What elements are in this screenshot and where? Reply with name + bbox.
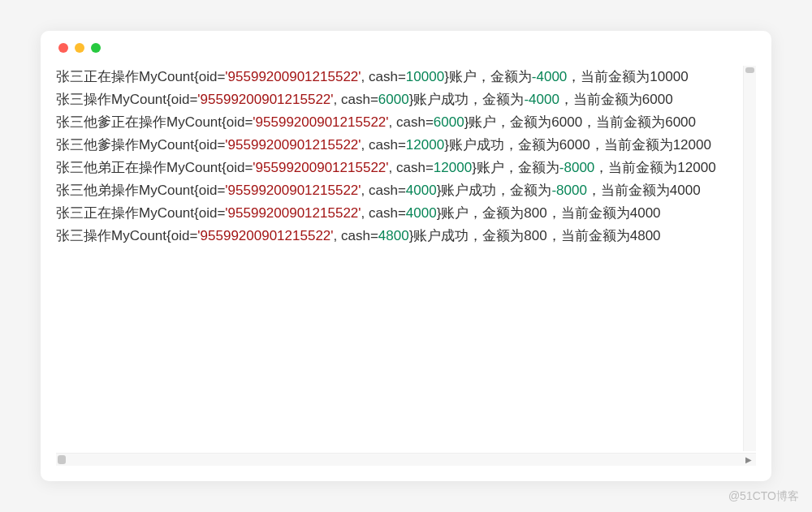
log-text: ，当前金额为6000 <box>559 92 673 107</box>
oid-value: '95599200901215522' <box>197 92 333 107</box>
log-line: 张三操作MyCount{oid='95599200901215522', cas… <box>56 225 740 247</box>
cash-value: 12000 <box>434 160 472 175</box>
log-text: 张三他爹操作MyCount{oid= <box>56 137 225 153</box>
log-text: 张三他弟操作MyCount{oid= <box>56 183 225 198</box>
log-text: 张三正在操作MyCount{oid= <box>56 69 225 84</box>
minimize-icon[interactable] <box>75 43 84 53</box>
log-text: }账户成功，金额为 <box>437 183 552 198</box>
log-text: 张三正在操作MyCount{oid= <box>56 205 225 221</box>
scrollbar-thumb[interactable] <box>745 67 754 73</box>
log-text: , cash= <box>334 228 378 243</box>
log-text: 张三操作MyCount{oid= <box>56 228 197 243</box>
log-text: , cash= <box>389 160 434 175</box>
oid-value: '95599200901215522' <box>225 205 361 221</box>
scroll-right-icon[interactable]: ▶ <box>743 455 754 464</box>
log-text: 张三操作MyCount{oid= <box>56 92 197 107</box>
oid-value: '95599200901215522' <box>253 114 388 130</box>
watermark: @51CTO博客 <box>728 489 799 504</box>
cash-value: 10000 <box>406 69 444 84</box>
log-text: }账户，金额为 <box>472 160 559 175</box>
cash-value: 4800 <box>378 228 409 243</box>
oid-value: '95599200901215522' <box>197 228 333 243</box>
log-text: , cash= <box>334 92 378 107</box>
cash-value: 6000 <box>378 92 409 107</box>
oid-value: '95599200901215522' <box>225 183 361 198</box>
cash-value: 4000 <box>406 183 437 198</box>
log-text: }账户成功，金额为6000，当前金额为12000 <box>444 137 711 153</box>
log-line: 张三他弟正在操作MyCount{oid='95599200901215522',… <box>56 157 740 179</box>
log-text: }账户，金额为800，当前金额为4000 <box>437 205 661 221</box>
log-text: , cash= <box>361 69 406 84</box>
amount-value: -8000 <box>551 183 586 198</box>
cash-value: 12000 <box>406 137 444 153</box>
log-text: , cash= <box>361 183 406 198</box>
log-text: , cash= <box>389 114 434 130</box>
log-text: 张三他弟正在操作MyCount{oid= <box>56 160 253 175</box>
log-text: ，当前金额为4000 <box>587 183 701 198</box>
amount-value: -4000 <box>524 92 559 107</box>
log-line: 张三他爹正在操作MyCount{oid='95599200901215522',… <box>56 111 740 134</box>
log-line: 张三他爹操作MyCount{oid='95599200901215522', c… <box>56 134 740 157</box>
console-output: 张三正在操作MyCount{oid='95599200901215522', c… <box>56 66 756 453</box>
titlebar <box>41 31 771 65</box>
cash-value: 4000 <box>406 205 437 221</box>
log-text: ，当前金额为10000 <box>567 69 688 84</box>
log-text: }账户成功，金额为 <box>409 92 525 107</box>
maximize-icon[interactable] <box>91 43 101 53</box>
vertical-scrollbar[interactable] <box>743 66 756 451</box>
oid-value: '95599200901215522' <box>225 137 361 153</box>
code-window: 张三正在操作MyCount{oid='95599200901215522', c… <box>41 31 771 481</box>
viewport: 张三正在操作MyCount{oid='95599200901215522', c… <box>55 65 757 467</box>
log-text: , cash= <box>361 205 406 221</box>
amount-value: -8000 <box>559 160 594 175</box>
log-text: }账户，金额为 <box>444 69 532 84</box>
log-line: 张三他弟操作MyCount{oid='95599200901215522', c… <box>56 179 740 202</box>
scrollbar-thumb[interactable] <box>58 455 66 464</box>
amount-value: -4000 <box>532 69 567 84</box>
log-line: 张三操作MyCount{oid='95599200901215522', cas… <box>56 88 740 111</box>
log-text: ，当前金额为12000 <box>594 160 715 175</box>
log-line: 张三正在操作MyCount{oid='95599200901215522', c… <box>56 202 740 225</box>
close-icon[interactable] <box>58 43 68 53</box>
horizontal-scrollbar[interactable]: ▶ <box>56 453 756 466</box>
log-text: }账户，金额为6000，当前金额为6000 <box>464 114 696 130</box>
log-line: 张三正在操作MyCount{oid='95599200901215522', c… <box>56 66 740 88</box>
log-text: }账户成功，金额为800，当前金额为4800 <box>409 228 661 243</box>
oid-value: '95599200901215522' <box>253 160 388 175</box>
cash-value: 6000 <box>434 114 464 130</box>
log-text: 张三他爹正在操作MyCount{oid= <box>56 114 253 130</box>
log-text: , cash= <box>361 137 406 153</box>
oid-value: '95599200901215522' <box>225 69 361 84</box>
